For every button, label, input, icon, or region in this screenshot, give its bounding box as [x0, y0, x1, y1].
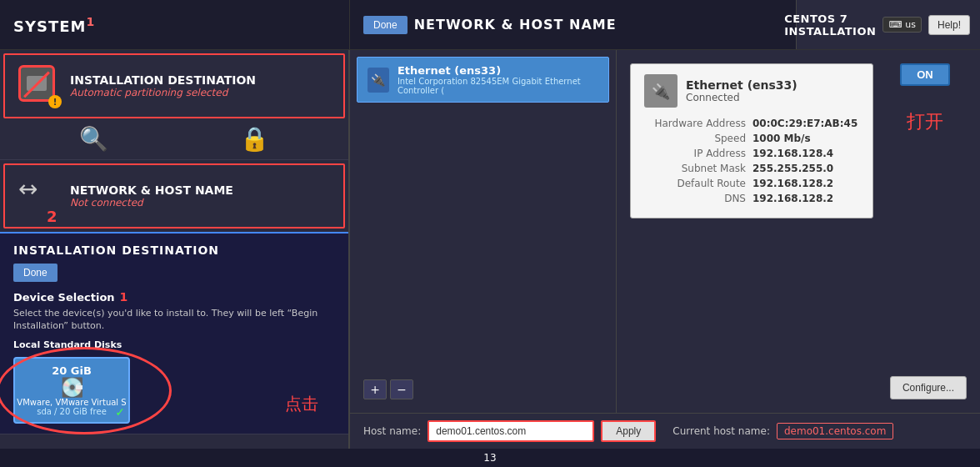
eth-big-icon: 🔌 — [644, 74, 678, 108]
local-disks-label: Local Standard Disks — [13, 339, 335, 350]
system-title: SYSTEM1 — [13, 15, 95, 35]
add-network-button[interactable]: + — [363, 379, 387, 399]
annotation-click: 点击 — [285, 393, 318, 415]
subnet-value: 255.255.255.0 — [752, 163, 833, 174]
network-done-button[interactable]: Done — [363, 16, 408, 34]
help-button[interactable]: Help! — [928, 15, 970, 35]
sidebar-item-installation-destination[interactable]: ! INSTALLATION DESTINATION Automatic par… — [3, 53, 345, 118]
network-list-item-ens33[interactable]: 🔌 Ethernet (ens33) Intel Corporation 825… — [357, 57, 609, 103]
eth-name: Ethernet (ens33) — [398, 64, 598, 77]
ip-label: IP Address — [644, 148, 752, 159]
network-toggle-button[interactable]: ON — [900, 63, 950, 86]
lock-icon: 🔒 — [240, 125, 269, 153]
disk-name: VMware, VMware Virtual S — [17, 398, 126, 407]
device-selection-num: 1 — [120, 290, 128, 304]
keyboard-icon: ⌨ — [888, 19, 902, 30]
network-detail: 🔌 Ethernet (ens33) Connected Hardware Ad… — [617, 50, 980, 413]
install-dest-header: INSTALLATION DESTINATION — [13, 244, 335, 257]
eth-big-plug-icon: 🔌 — [652, 83, 670, 100]
disk-detail: sda / 20 GiB free — [37, 407, 107, 416]
network-panel-title: NETWORK & HOST NAME — [414, 17, 617, 33]
ip-value: 192.168.128.4 — [752, 148, 833, 159]
centos-label: CENTOS 7 INSTALLATION — [784, 13, 876, 38]
network-num-badge: 2 — [47, 208, 58, 225]
device-selection-desc: Select the device(s) you'd like to insta… — [13, 307, 335, 333]
network-panel-header: Done NETWORK & HOST NAME — [363, 16, 617, 34]
installation-destination-icon: ! — [18, 65, 60, 107]
install-dest-section: INSTALLATION DESTINATION Done Device Sel… — [0, 232, 348, 434]
installation-destination-text: INSTALLATION DESTINATION Automatic parti… — [70, 73, 256, 98]
eth-desc: Intel Corporation 82545EM Gigabit Ethern… — [398, 77, 598, 95]
main-content: ! INSTALLATION DESTINATION Automatic par… — [0, 50, 980, 449]
sidebar-icons-row: 🔍 🔒 — [0, 118, 348, 160]
keyboard-lang: us — [905, 19, 916, 30]
left-panel: ! INSTALLATION DESTINATION Automatic par… — [0, 50, 350, 449]
speed-label: Speed — [644, 133, 752, 144]
ethernet-icon: 🔌 — [368, 68, 389, 93]
installation-destination-subtitle: Automatic partitioning selected — [70, 87, 256, 98]
disk-check-icon: ✓ — [115, 405, 125, 419]
disk-hdd-icon: 💽 — [61, 377, 83, 398]
network-host-name-title: NETWORK & HOST NAME — [70, 183, 233, 197]
network-list: 🔌 Ethernet (ens33) Intel Corporation 825… — [350, 50, 617, 413]
top-bar-right: CENTOS 7 INSTALLATION ⌨ us Help! — [797, 0, 980, 49]
eth-info: Ethernet (ens33) Intel Corporation 82545… — [398, 64, 598, 95]
sidebar-item-network-host-name[interactable]: ↔ NETWORK & HOST NAME Not connected 2 — [3, 163, 345, 228]
network-host-name-subtitle: Not connected — [70, 197, 233, 208]
hardware-address-value: 00:0C:29:E7:AB:45 — [752, 118, 858, 129]
speed-row: Speed 1000 Mb/s — [644, 133, 859, 144]
hardware-address-row: Hardware Address 00:0C:29:E7:AB:45 — [644, 118, 859, 129]
page-number: 13 — [0, 449, 980, 467]
remove-network-button[interactable]: − — [390, 379, 413, 399]
eth-detail-name: Ethernet (ens33) — [686, 78, 798, 92]
dns-value: 192.168.128.2 — [752, 193, 833, 204]
right-panel-content: 🔌 Ethernet (ens33) Intel Corporation 825… — [350, 50, 980, 413]
dns-label: DNS — [644, 193, 752, 204]
disk-size: 20 GiB — [52, 364, 92, 377]
hostname-input[interactable] — [428, 420, 594, 442]
default-route-label: Default Route — [644, 178, 752, 189]
subnet-label: Subnet Mask — [644, 163, 752, 174]
disk-item-vmware[interactable]: 20 GiB 💽 VMware, VMware Virtual S sda / … — [13, 357, 130, 424]
default-route-value: 192.168.128.2 — [752, 178, 833, 189]
subnet-row: Subnet Mask 255.255.255.0 — [644, 163, 859, 174]
network-list-controls: + − — [357, 373, 609, 406]
apply-button[interactable]: Apply — [601, 420, 656, 442]
keyboard-icon-box[interactable]: ⌨ us — [882, 17, 922, 33]
toggle-column: ON 打开 — [883, 63, 967, 134]
magnifier-icon: 🔍 — [79, 125, 108, 153]
disk-grid: 20 GiB 💽 VMware, VMware Virtual S sda / … — [13, 357, 335, 424]
installation-destination-title: INSTALLATION DESTINATION — [70, 73, 256, 87]
eth-plug-icon: 🔌 — [371, 73, 385, 87]
current-hostname-value: demo01.centos.com — [777, 423, 893, 439]
current-hostname-label: Current host name: — [672, 425, 770, 437]
top-bar: SYSTEM1 Done NETWORK & HOST NAME CENTOS … — [0, 0, 980, 50]
default-route-row: Default Route 192.168.128.2 — [644, 178, 859, 189]
hostname-row: Host name: Apply Current host name: demo… — [350, 413, 980, 449]
top-bar-left: SYSTEM1 — [0, 0, 350, 49]
speed-value: 1000 Mb/s — [752, 133, 811, 144]
hardware-address-label: Hardware Address — [644, 118, 752, 129]
configure-container: Configure... — [630, 376, 967, 399]
hostname-label: Host name: — [363, 425, 421, 437]
eth-detail-status: Connected — [686, 92, 798, 103]
annotation-on: 打开 — [907, 109, 943, 134]
sidebar-items: ! INSTALLATION DESTINATION Automatic par… — [0, 50, 348, 232]
detail-card: 🔌 Ethernet (ens33) Connected Hardware Ad… — [630, 63, 873, 218]
eth-detail-header: 🔌 Ethernet (ens33) Connected — [644, 74, 859, 108]
top-bar-center: Done NETWORK & HOST NAME — [350, 0, 797, 49]
warning-badge: ! — [48, 95, 62, 108]
right-panel: 🔌 Ethernet (ens33) Intel Corporation 825… — [350, 50, 980, 449]
dns-row: DNS 192.168.128.2 — [644, 193, 859, 204]
configure-button[interactable]: Configure... — [890, 376, 967, 399]
install-dest-done-button[interactable]: Done — [13, 264, 58, 282]
device-selection-title: Device Selection — [13, 291, 115, 304]
ip-row: IP Address 192.168.128.4 — [644, 148, 859, 159]
network-host-name-text: NETWORK & HOST NAME Not connected — [70, 183, 233, 208]
detail-and-toggle: 🔌 Ethernet (ens33) Connected Hardware Ad… — [630, 63, 967, 228]
